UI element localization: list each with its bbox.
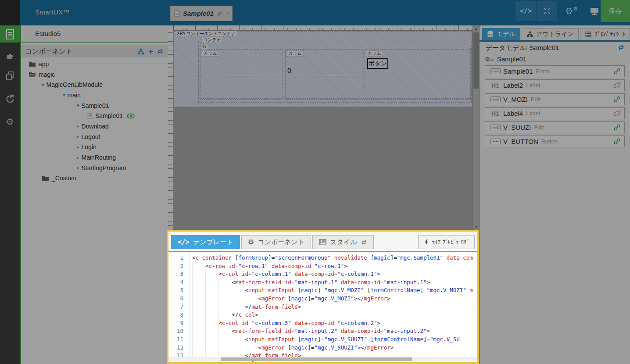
- add-component-icon[interactable]: +: [148, 47, 153, 56]
- share-export-icon[interactable]: [0, 90, 20, 107]
- code-line-9[interactable]: <c-col id="c-column.3" data-comp-id="c-c…: [192, 319, 477, 328]
- field-row-v_button[interactable]: V_BUTTONButton: [485, 136, 625, 147]
- linked-chain-icon[interactable]: [613, 96, 621, 103]
- code-lines[interactable]: <c-container [formGroup]="screenFormGrou…: [192, 254, 477, 362]
- linked-chain-icon[interactable]: [613, 68, 621, 75]
- tab-live-preview-log[interactable]: ﾗｲﾌﾞﾌﾟﾚﾋﾞｭｰﾛｸﾞ: [418, 235, 475, 249]
- save-button[interactable]: 保存: [601, 0, 630, 22]
- scroll-down-icon[interactable]: ▼: [473, 224, 479, 230]
- code-line-11[interactable]: <input matInput [magic]="mgc.V_SUUZI" [f…: [192, 335, 477, 344]
- editor-scroll-thumb[interactable]: [221, 357, 412, 361]
- tree-item-download[interactable]: ▸Download: [21, 121, 168, 132]
- field-row-sample01[interactable]: FORMSample01Form: [485, 65, 625, 77]
- tab-close-icon[interactable]: ✕: [226, 10, 231, 17]
- vertical-ruler: [168, 31, 173, 230]
- forms-document-icon[interactable]: [0, 25, 20, 43]
- scroll-up-icon[interactable]: ▲: [473, 25, 479, 32]
- tab-component[interactable]: ⚙ コンポーネント: [241, 235, 311, 249]
- column-1[interactable]: カラム: [200, 49, 283, 99]
- gutter-separator: [190, 252, 190, 362]
- settings-gear-icon[interactable]: ⚙: [0, 113, 20, 130]
- toolbar-code-view-button[interactable]: </>: [515, 1, 536, 21]
- broken-link-icon[interactable]: [613, 82, 621, 89]
- field-row-v_mozi[interactable]: abcV_MOZIEdit: [485, 93, 625, 105]
- linked-chain-icon[interactable]: [613, 124, 621, 131]
- tab-style[interactable]: スタイル: [312, 235, 373, 249]
- tree-item-logout[interactable]: ▸Logout: [21, 132, 168, 142]
- model-root-row[interactable]: ⚙⚙ Sample01: [485, 55, 526, 63]
- outline-tree-icon: [526, 31, 533, 37]
- code-line-10[interactable]: <mat-form-field id="mat-input.2" data-co…: [192, 327, 477, 335]
- line-number: 3: [168, 270, 188, 278]
- tree-item-startingprogram[interactable]: ▸StartingProgram: [21, 163, 168, 173]
- code-line-1[interactable]: <c-container [formGroup]="screenFormGrou…: [192, 254, 477, 262]
- code-line-7[interactable]: </mat-form-field>: [192, 303, 477, 311]
- caret-down-icon[interactable]: ▾: [63, 92, 65, 98]
- tree-item-main[interactable]: ▾main: [21, 90, 168, 100]
- canvas-vertical-scrollbar[interactable]: ▲ ▼: [472, 25, 479, 230]
- tab-template-label: テンプレート: [193, 238, 233, 246]
- xpa-container-label: XPA コンポーネントコンテナ: [175, 31, 237, 37]
- code-line-2[interactable]: <c-row id="c-row.1" data-comp-id="c-row.…: [192, 262, 477, 271]
- refresh-components-icon[interactable]: [157, 48, 164, 55]
- tree-item-magicgenlibmodule[interactable]: ▾MagicGenLibModule: [21, 79, 168, 90]
- tree-item-login[interactable]: ▸Login: [21, 142, 168, 153]
- model-gears-icon: ⚙⚙: [485, 56, 494, 62]
- code-line-6[interactable]: <mgError [magic]="mgc.V_MOZI"></mgError>: [192, 295, 477, 303]
- field-type: Form: [536, 68, 613, 75]
- canvas-scroll-thumb[interactable]: [473, 32, 479, 89]
- tab-outline[interactable]: アウトライン: [522, 28, 579, 40]
- strip-top-corner: [0, 0, 20, 25]
- editor-horizontal-scrollbar[interactable]: [168, 357, 477, 361]
- tree-item-_custom[interactable]: _Custom: [21, 173, 168, 184]
- designed-button[interactable]: ボタン: [367, 58, 388, 69]
- column-2[interactable]: カラム 0: [285, 49, 362, 99]
- tab-refresh-icon[interactable]: [217, 11, 223, 17]
- caret-right-icon[interactable]: ▸: [77, 134, 79, 139]
- input-value-v-suuzi[interactable]: 0: [287, 67, 291, 75]
- input-field-v-suuzi[interactable]: [286, 76, 361, 76]
- caret-right-icon[interactable]: ▸: [77, 165, 79, 171]
- field-row-label4[interactable]: H1Label4Label: [485, 107, 625, 119]
- input-field-v-mozi[interactable]: [205, 76, 280, 76]
- tab-property-sheet[interactable]: ﾌﾟﾛﾊﾟﾃｨｼｰﾄ: [580, 28, 630, 40]
- tab-template[interactable]: </> テンプレート: [171, 235, 240, 249]
- tree-item-sample01[interactable]: Sample01: [21, 111, 168, 121]
- code-line-8[interactable]: </c-col>: [192, 311, 477, 319]
- caret-right-icon[interactable]: ▸: [77, 155, 79, 161]
- document-tab-sample01[interactable]: Sample01 ✕: [170, 6, 233, 21]
- puzzle-icon[interactable]: [0, 47, 20, 65]
- field-type: Label: [526, 110, 613, 117]
- line-number-gutter: 1234567891011121314: [168, 254, 188, 362]
- broken-link-icon[interactable]: [613, 110, 621, 117]
- datamodel-refresh-icon[interactable]: [618, 44, 625, 51]
- tree-item-sample01[interactable]: ▾Sample01: [21, 100, 168, 111]
- template-code-editor[interactable]: 1234567891011121314 <c-container [formGr…: [168, 252, 477, 362]
- field-row-label2[interactable]: H1Label2Label: [485, 79, 625, 91]
- style-refresh-icon[interactable]: [361, 239, 367, 246]
- tab-model[interactable]: モデル: [482, 28, 520, 40]
- caret-right-icon[interactable]: ▸: [77, 144, 79, 150]
- sitemap-icon[interactable]: [137, 48, 144, 55]
- workspace-header[interactable]: Estudio5: [21, 25, 168, 43]
- caret-down-icon[interactable]: ▾: [77, 103, 79, 108]
- app-root: { "app": { "title": "SmartUX™" }, "heade…: [0, 0, 630, 364]
- toolbar-services-button[interactable]: ⚙⚙: [561, 1, 582, 21]
- tree-item-magic[interactable]: magic: [21, 69, 168, 80]
- copy-pages-icon[interactable]: [0, 67, 20, 85]
- column-3[interactable]: カラム ボタン: [365, 49, 471, 99]
- tree-item-mainrouting[interactable]: ▸MainRouting: [21, 152, 168, 163]
- design-canvas[interactable]: XPA コンポーネントコンテナ コンテナ 行 カラム カラム 0 カラム ボタン…: [168, 25, 479, 230]
- toolbar-expand-button[interactable]: [537, 1, 557, 21]
- code-line-3[interactable]: <c-col id="c-column.1" data-comp-id="c-c…: [192, 270, 477, 278]
- code-line-12[interactable]: <mgError [magic]="mgc.V_SUUZI"></mgError…: [192, 344, 477, 352]
- tree-item-app[interactable]: app: [21, 59, 168, 69]
- tree-item-label: StartingProgram: [82, 164, 126, 171]
- linked-chain-icon[interactable]: [613, 138, 621, 145]
- field-row-v_suuzi[interactable]: abcV_SUUZIEdit: [485, 121, 625, 133]
- visible-eye-icon[interactable]: [127, 113, 135, 119]
- code-line-5[interactable]: <input matInput [magic]="mgc.V_MOZI" [fo…: [192, 286, 477, 295]
- caret-right-icon[interactable]: ▸: [77, 123, 79, 129]
- code-line-4[interactable]: <mat-form-field id="mat-input.1" data-co…: [192, 278, 477, 287]
- caret-down-icon[interactable]: ▾: [42, 82, 44, 88]
